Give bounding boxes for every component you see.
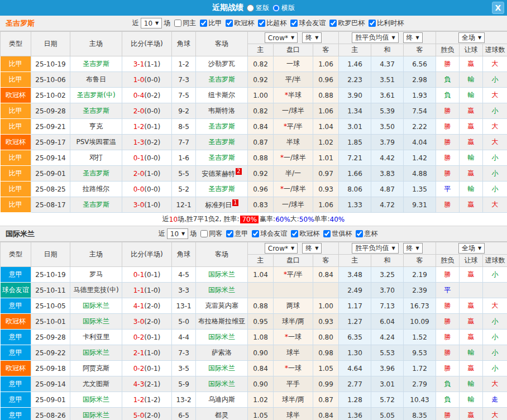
same-venue-checkbox[interactable]: 同客 bbox=[198, 229, 222, 238]
league-checkbox-input[interactable] bbox=[258, 20, 265, 27]
portrait-radio-icon[interactable] bbox=[247, 4, 254, 12]
mean-home-cell: 2.23 bbox=[339, 72, 371, 88]
away-team-cell: 圣吉罗斯 bbox=[196, 150, 248, 166]
mean-draw-cell: 7.13 bbox=[371, 298, 404, 314]
league-checkbox[interactable]: 意杯 bbox=[353, 229, 377, 238]
league-checkbox[interactable]: 比甲 bbox=[198, 18, 222, 28]
mean-draw-cell: 3.01 bbox=[371, 376, 404, 392]
mean-odds-dropdown[interactable]: 胜平负均值▼ bbox=[352, 243, 398, 254]
odds-away-cell: 1.05 bbox=[313, 361, 339, 376]
league-checkbox-label: 球会友谊 bbox=[260, 229, 287, 238]
league-checkbox[interactable]: 意甲 bbox=[224, 229, 248, 238]
league-checkbox-input[interactable] bbox=[290, 20, 298, 27]
home-team-cell: PSV埃因霍温 bbox=[70, 135, 122, 150]
league-checkbox-input[interactable] bbox=[356, 230, 363, 237]
team-name: 圣吉罗斯 bbox=[6, 18, 35, 28]
league-checkbox-input[interactable] bbox=[200, 20, 207, 27]
league-checkbox-input[interactable] bbox=[329, 20, 337, 27]
handicap-text: 半球 bbox=[288, 91, 302, 99]
subheader-客: 客 bbox=[313, 44, 339, 56]
subheader-主: 主 bbox=[248, 255, 274, 267]
league-checkbox[interactable]: 欧罗巴杯 bbox=[327, 18, 365, 28]
result-handicap-cell: 輸 bbox=[460, 376, 483, 392]
mean-odds-dropdown[interactable]: 胜平负均值▼ bbox=[352, 32, 398, 43]
mean-away-cell: 4.04 bbox=[404, 135, 436, 150]
league-checkbox-input[interactable] bbox=[226, 230, 233, 237]
mean-away-cell: 9.53 bbox=[404, 345, 436, 361]
mean-final-dropdown[interactable]: 终▼ bbox=[403, 32, 423, 43]
mean-away-cell: 1.52 bbox=[404, 330, 436, 345]
league-checkbox-label: 比甲 bbox=[208, 18, 222, 28]
odds-away-cell bbox=[313, 283, 339, 298]
handicap-text: 一球 bbox=[288, 333, 302, 341]
league-checkbox[interactable]: 比超杯 bbox=[256, 18, 286, 28]
league-checkbox-input[interactable] bbox=[252, 230, 259, 237]
corner-cell: 12-1 bbox=[172, 197, 196, 213]
odds-source-dropdown[interactable]: Crow*▼ bbox=[265, 32, 298, 43]
halftime-score: (1-0) bbox=[144, 201, 160, 209]
date-cell: 25-09-28 bbox=[31, 103, 70, 119]
mean-home-cell: 3.48 bbox=[339, 267, 371, 283]
corner-cell: 7-3 bbox=[172, 72, 196, 88]
mean-away-cell: 2.22 bbox=[404, 119, 436, 135]
odds-away-cell: 0.98 bbox=[313, 345, 339, 361]
subheader-胜负: 胜负 bbox=[436, 44, 460, 56]
halftime-score: (2-1) bbox=[144, 380, 160, 388]
odds-final-dropdown[interactable]: 终▼ bbox=[302, 243, 322, 254]
mean-away-cell: 2.39 bbox=[404, 283, 436, 298]
match-count-select[interactable]: 10▼ bbox=[167, 228, 188, 239]
league-checkbox-input[interactable] bbox=[323, 230, 331, 237]
fulltime-score: 3-0 bbox=[133, 318, 145, 326]
type-badge: 意甲 bbox=[1, 267, 31, 283]
mean-draw-cell: 4.87 bbox=[371, 182, 404, 197]
odds-home-cell: 1.02 bbox=[248, 392, 274, 408]
league-checkbox[interactable]: 欧冠杯 bbox=[223, 18, 254, 28]
league-checkbox-input[interactable] bbox=[291, 230, 298, 237]
table-row: 球会友谊25-10-11马德里竞技(中)1-1(1-0)3-3国际米兰2.493… bbox=[1, 283, 507, 298]
odds-source-dropdown[interactable]: Crow*▼ bbox=[265, 243, 298, 254]
odds-away-cell: 0.96 bbox=[313, 72, 339, 88]
same-venue-checkbox-input[interactable] bbox=[174, 20, 181, 27]
fulltime-dropdown[interactable]: 全场▼ bbox=[458, 32, 485, 43]
corner-cell: 5-9 bbox=[172, 376, 196, 392]
odds-away-cell: 0.99 bbox=[313, 376, 339, 392]
score-cell: 0-1(0-1) bbox=[122, 267, 172, 283]
fulltime-dropdown[interactable]: 全场▼ bbox=[458, 243, 485, 254]
subheader-盘口: 盘口 bbox=[274, 255, 313, 267]
same-venue-checkbox-input[interactable] bbox=[200, 230, 208, 237]
rank-badge: 2 bbox=[236, 168, 241, 175]
handicap-text: 一/球半 bbox=[284, 185, 306, 193]
type-badge: 比甲 bbox=[1, 182, 31, 197]
close-icon[interactable]: X bbox=[492, 2, 504, 14]
same-venue-checkbox[interactable]: 同主 bbox=[172, 18, 196, 28]
league-checkbox[interactable]: 欧冠杯 bbox=[289, 229, 319, 238]
table-row: 欧冠杯25-09-17PSV埃因霍温1-3(0-2)7-7圣吉罗斯0.87半球1… bbox=[1, 135, 507, 150]
result-goals-cell: 小 bbox=[483, 150, 507, 166]
odds-away-cell: 1.01 bbox=[313, 150, 339, 166]
layout-radio-portrait[interactable]: 竖版 bbox=[247, 3, 269, 13]
league-checkbox[interactable]: 世俱杯 bbox=[321, 229, 352, 238]
result-handicap-cell: 輸 bbox=[460, 182, 483, 197]
result-wdl-cell: 勝 bbox=[436, 166, 460, 182]
odds-final-dropdown[interactable]: 终▼ bbox=[302, 32, 322, 43]
league-checkbox[interactable]: 比利时杯 bbox=[366, 18, 404, 28]
league-checkbox-input[interactable] bbox=[369, 20, 376, 27]
odds-away-cell: 0.93 bbox=[313, 314, 339, 330]
titlebar: 近期战绩 竖版 横版 X bbox=[0, 0, 507, 16]
mean-final-dropdown[interactable]: 终▼ bbox=[403, 243, 423, 254]
league-checkbox-label: 球会友谊 bbox=[299, 18, 326, 28]
league-checkbox-input[interactable] bbox=[226, 20, 233, 27]
result-wdl-cell: 勝 bbox=[436, 330, 460, 345]
same-venue-label: 同主 bbox=[183, 18, 196, 28]
league-checkbox[interactable]: 球会友谊 bbox=[288, 18, 326, 28]
mean-draw-cell: 5.05 bbox=[371, 408, 404, 420]
match-count-select[interactable]: 10▼ bbox=[141, 18, 162, 28]
table-row: 欧冠杯25-10-02圣吉罗斯(中)0-4(0-2)7-5纽卡斯尔1.00*半球… bbox=[1, 88, 507, 103]
league-filter: 近10▼场同客意甲球会友谊欧冠杯世俱杯意杯 bbox=[35, 228, 501, 239]
league-checkbox[interactable]: 球会友谊 bbox=[250, 229, 287, 238]
summary-segment: 40% bbox=[330, 216, 345, 223]
mean-away-cell: 2.19 bbox=[404, 267, 436, 283]
layout-radio-landscape[interactable]: 横版 bbox=[272, 3, 295, 13]
landscape-radio-icon[interactable] bbox=[272, 4, 280, 12]
result-goals-cell: 小 bbox=[483, 314, 507, 330]
